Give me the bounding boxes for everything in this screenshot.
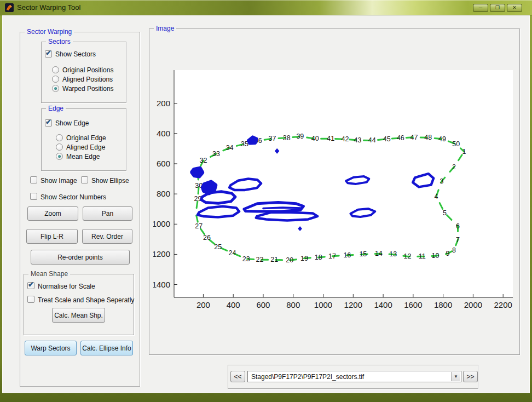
reorder-points-button[interactable]: Re-order points <box>31 250 130 265</box>
sector-number-label: 10 <box>431 252 439 260</box>
sector-number-label: 12 <box>403 252 411 260</box>
warp-sectors-button[interactable]: Warp Sectors <box>25 341 77 355</box>
sector-number-label: 32 <box>199 157 207 164</box>
calc-mean-shape-button[interactable]: Calc. Mean Shp. <box>52 308 105 323</box>
original-edge-radio[interactable] <box>56 134 63 141</box>
sector-number-label: 44 <box>368 136 376 144</box>
x-tick-label: 1600 <box>404 300 422 309</box>
x-tick-label: 1400 <box>374 300 392 309</box>
y-tick-label: 800 <box>157 189 170 198</box>
y-tick-label: 1000 <box>153 219 170 228</box>
x-tick-label: 200 <box>196 300 210 309</box>
app-window: Sector Warping Tool ─ ❐ ✕ Sector Warping… <box>0 0 532 402</box>
y-tick-label: 600 <box>157 159 170 168</box>
warped-positions-radio[interactable] <box>52 85 59 92</box>
sector-number-label: 7 <box>456 236 460 244</box>
warped-positions-label: Warped Positions <box>62 85 114 93</box>
sectors-group-title: Sectors <box>46 38 73 45</box>
aligned-positions-label: Aligned Positions <box>62 76 113 83</box>
sector-number-label: 45 <box>383 135 391 143</box>
show-sector-numbers-checkbox[interactable]: ✔ <box>30 193 37 200</box>
sector-number-label: 21 <box>270 256 278 263</box>
sector-number-label: 49 <box>438 135 446 143</box>
normalise-for-scale-checkbox[interactable]: ✔ <box>27 282 34 289</box>
contour-path <box>248 137 257 143</box>
calc-ellipse-info-button[interactable]: Calc. Ellipse Info <box>80 341 133 355</box>
mean-shape-group-title: Mean Shape <box>28 270 70 278</box>
plot-svg[interactable]: 2004006008001000120014001600180020002200… <box>153 33 516 351</box>
sector-number-label: 27 <box>195 222 203 230</box>
file-dropdown[interactable]: Staged\P9F17P2\P9F17P2I_sectors.tif ▼ <box>247 371 461 382</box>
check-icon: ✔ <box>45 118 51 126</box>
sector-number-label: 16 <box>343 251 351 259</box>
normalise-for-scale-label: Normalise for Scale <box>38 283 95 290</box>
sector-number-label: 38 <box>283 134 291 142</box>
sector-number-label: 43 <box>354 136 362 144</box>
close-button[interactable]: ✕ <box>507 4 522 12</box>
sector-number-label: 19 <box>300 255 308 262</box>
y-tick-label: 400 <box>157 129 170 138</box>
show-sectors-label: Show Sectors <box>55 50 96 58</box>
x-tick-label: 2200 <box>494 300 512 309</box>
sector-number-label: 24 <box>229 249 236 257</box>
rev-order-button[interactable]: Rev. Order <box>82 229 132 244</box>
show-sector-numbers-label: Show Sector Numbers <box>41 193 106 201</box>
show-ellipse-checkbox[interactable]: ✔ <box>81 176 88 183</box>
sector-number-label: 48 <box>424 134 432 141</box>
y-tick-label: 1400 <box>153 280 170 289</box>
sector-number-label: 41 <box>327 135 334 142</box>
sector-number-label: 2 <box>452 163 456 171</box>
show-image-checkbox[interactable]: ✔ <box>30 176 37 183</box>
show-edge-label: Show Edge <box>55 119 89 127</box>
treat-scale-shape-checkbox[interactable]: ✔ <box>27 296 34 303</box>
y-tick-label: 200 <box>157 99 170 108</box>
sector-number-label: 37 <box>268 135 276 142</box>
y-tick-label: 1200 <box>153 249 170 259</box>
aligned-edge-label: Aligned Edge <box>66 143 105 151</box>
sector-number-label: 13 <box>389 250 397 258</box>
show-sectors-checkbox[interactable]: ✔ <box>45 50 52 58</box>
sector-number-label: 5 <box>443 209 447 217</box>
x-tick-label: 600 <box>256 300 270 309</box>
plot-area <box>174 70 513 297</box>
sector-number-label: 25 <box>214 243 222 251</box>
sector-number-label: 1 <box>462 148 466 156</box>
x-tick-label: 1000 <box>314 300 332 309</box>
x-tick-label: 800 <box>286 300 300 309</box>
sector-warping-panel-title: Sector Warping <box>25 28 74 36</box>
show-ellipse-label: Show Ellipse <box>91 177 129 185</box>
sector-number-label: 17 <box>328 252 336 260</box>
x-tick-label: 1200 <box>344 300 362 309</box>
show-edge-checkbox[interactable]: ✔ <box>45 119 52 127</box>
sector-number-label: 8 <box>452 246 456 254</box>
sector-number-label: 3 <box>440 177 443 185</box>
zoom-button[interactable]: Zoom <box>27 206 78 221</box>
flip-lr-button[interactable]: Flip L-R <box>26 229 78 244</box>
window-title: Sector Warping Tool <box>17 3 80 12</box>
sector-number-label: 23 <box>242 255 250 263</box>
aligned-edge-radio[interactable] <box>56 143 63 151</box>
maximize-button[interactable]: ❐ <box>490 4 505 12</box>
sector-number-label: 9 <box>446 250 449 257</box>
aligned-positions-radio[interactable] <box>52 76 59 83</box>
sector-number-label: 50 <box>452 140 460 148</box>
x-tick-label: 1800 <box>434 300 452 309</box>
x-tick-label: 2000 <box>464 300 482 309</box>
mean-edge-radio[interactable] <box>56 153 63 160</box>
sector-number-label: 26 <box>203 234 211 242</box>
prev-file-button[interactable]: << <box>230 371 245 382</box>
radio-dot <box>58 155 61 158</box>
matlab-icon <box>5 3 14 12</box>
minimize-button[interactable]: ─ <box>473 4 488 12</box>
dropdown-arrow-icon[interactable]: ▼ <box>451 372 460 381</box>
sector-number-label: 18 <box>315 254 322 261</box>
pan-button[interactable]: Pan <box>83 206 132 221</box>
radio-dot <box>54 87 57 90</box>
sector-number-label: 11 <box>419 252 426 260</box>
original-positions-radio[interactable] <box>52 66 59 73</box>
sector-number-label: 46 <box>397 134 404 142</box>
edge-group-title: Edge <box>46 105 66 112</box>
next-file-button[interactable]: >> <box>463 371 478 382</box>
original-edge-label: Original Edge <box>66 134 106 142</box>
title-bar[interactable]: Sector Warping Tool ─ ❐ ✕ <box>0 0 532 15</box>
